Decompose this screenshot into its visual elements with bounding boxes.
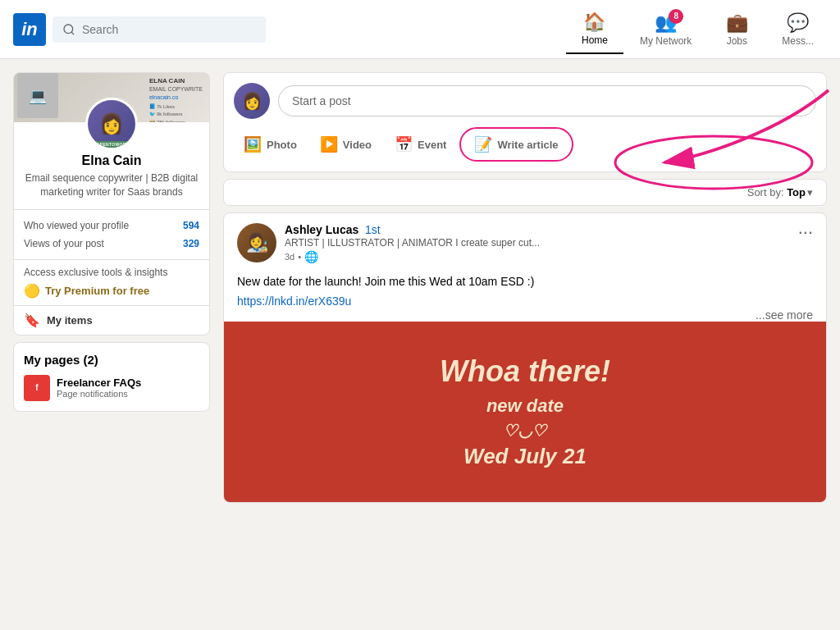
post-author: 👩‍🎨 Ashley Lucas 1st ARTIST | ILLUSTRATO… <box>237 223 540 263</box>
post-image: Whoa there! new date ♡◡♡ Wed July 21 <box>224 322 826 502</box>
profile-stats: Who viewed your profile 594 Views of you… <box>14 209 209 259</box>
profile-card: 💻 ELNA CAIN EMAIL COPYWRITE elnacain.co … <box>13 72 210 336</box>
pages-title: My pages (2) <box>24 353 199 367</box>
nav-item-network[interactable]: 👥 8 My Network <box>627 6 705 53</box>
image-hearts: ♡◡♡ <box>440 420 610 441</box>
stat-label-post-views: Views of your post <box>24 238 104 249</box>
messaging-icon: 💬 <box>787 12 809 34</box>
linkedin-logo[interactable]: in <box>13 13 46 46</box>
jobs-icon: 💼 <box>726 12 748 34</box>
stat-value-post-views: 329 <box>183 238 199 249</box>
pages-card: My pages (2) f Freelancer FAQs Page noti… <box>13 342 210 412</box>
nav-item-home[interactable]: 🏠 Home <box>566 5 623 54</box>
photo-icon: 🖼️ <box>244 135 262 153</box>
svg-line-1 <box>71 32 74 34</box>
nav-label-jobs: Jobs <box>727 35 747 47</box>
video-label: Video <box>343 139 372 151</box>
page-logo: f <box>24 375 50 401</box>
post-time: 3d <box>285 252 294 262</box>
event-action[interactable]: 📅 Event <box>385 127 456 162</box>
sort-bar: Sort by: Top ▾ <box>223 179 827 206</box>
globe-icon: 🌐 <box>304 250 318 263</box>
left-sidebar: 💻 ELNA CAIN EMAIL COPYWRITE elnacain.co … <box>13 72 210 503</box>
video-action[interactable]: ▶️ Video <box>310 127 381 162</box>
post-header: 👩‍🎨 Ashley Lucas 1st ARTIST | ILLUSTRATO… <box>224 213 826 273</box>
composer-actions: 🖼️ Photo ▶️ Video 📅 Event 📝 Write articl… <box>234 127 816 162</box>
composer-avatar: 👩 <box>234 83 270 119</box>
post-author-name[interactable]: Ashley Lucas 1st <box>285 223 540 236</box>
dot-separator: • <box>298 252 301 262</box>
premium-link[interactable]: 🟡 Try Premium for free <box>24 283 199 299</box>
my-items-link[interactable]: 🔖 My items <box>24 313 199 328</box>
post-text: New date for the launch! Join me this We… <box>237 273 813 290</box>
sort-label: Sort by: <box>747 186 784 199</box>
svg-point-0 <box>64 25 73 34</box>
profile-tagline: Email sequence copywriter | B2B digital … <box>24 171 199 199</box>
bookmark-icon: 🔖 <box>24 313 40 328</box>
photo-action[interactable]: 🖼️ Photo <box>234 127 307 162</box>
start-post-button[interactable]: Start a post <box>278 85 816 116</box>
profile-info: Elna Cain Email sequence copywriter | B2… <box>14 150 209 209</box>
post-meta: 3d • 🌐 <box>285 250 540 263</box>
video-icon: ▶️ <box>320 135 338 153</box>
nav-items: 🏠 Home 👥 8 My Network 💼 Jobs 💬 Mess... <box>566 5 827 54</box>
search-icon <box>62 23 75 36</box>
network-badge: 8 <box>669 9 683 24</box>
stat-label-views: Who viewed your profile <box>24 220 129 231</box>
post-card: 👩‍🎨 Ashley Lucas 1st ARTIST | ILLUSTRATO… <box>223 212 827 503</box>
search-bar[interactable] <box>52 16 266 43</box>
navbar: in 🏠 Home 👥 8 My Network 💼 Jobs 💬 Mess..… <box>0 0 840 59</box>
center-feed: 👩 Start a post 🖼️ Photo ▶️ Video 📅 Event… <box>223 72 827 503</box>
post-body: New date for the launch! Join me this We… <box>224 273 826 318</box>
post-image-text: Whoa there! new date ♡◡♡ Wed July 21 <box>423 336 627 486</box>
post-degree: 1st <box>365 223 381 236</box>
premium-section: Access exclusive tools & insights 🟡 Try … <box>14 259 209 305</box>
main-container: 💻 ELNA CAIN EMAIL COPYWRITE elnacain.co … <box>0 59 840 516</box>
stat-row-views[interactable]: Who viewed your profile 594 <box>24 217 199 235</box>
stat-row-post-views[interactable]: Views of your post 329 <box>24 235 199 253</box>
image-line-3: Wed July 21 <box>440 443 610 471</box>
post-link[interactable]: https://lnkd.in/erX639u <box>237 294 351 308</box>
page-sub: Page notifications <box>57 389 141 399</box>
event-label: Event <box>418 139 446 151</box>
banner-subtitle: EMAIL COPYWRITE <box>149 85 203 94</box>
network-icon: 👥 8 <box>655 12 677 34</box>
banner-name: ELNA CAIN <box>149 76 203 85</box>
premium-text: Access exclusive tools & insights <box>24 267 199 278</box>
profile-name[interactable]: Elna Cain <box>24 153 199 168</box>
avatar: 👩 #OPENTOWORK <box>85 98 138 150</box>
photo-label: Photo <box>267 139 297 151</box>
write-article-button[interactable]: 📝 Write article <box>459 127 573 162</box>
post-author-info: Ashley Lucas 1st ARTIST | ILLUSTRATOR | … <box>285 223 540 263</box>
premium-icon: 🟡 <box>24 283 40 299</box>
page-name: Freelancer FAQs <box>57 377 141 389</box>
my-items-label: My items <box>47 314 93 326</box>
search-input[interactable] <box>82 23 256 36</box>
banner-site: elnacain.co <box>149 94 203 102</box>
post-more-button[interactable]: ··· <box>798 223 813 241</box>
home-icon: 🏠 <box>583 11 605 33</box>
image-line-1: Whoa there! <box>440 353 610 391</box>
article-label: Write article <box>497 139 558 151</box>
nav-item-jobs[interactable]: 💼 Jobs <box>708 6 765 53</box>
stat-value-views: 594 <box>183 220 199 231</box>
nav-item-messaging[interactable]: 💬 Mess... <box>769 6 827 53</box>
sort-chevron-icon[interactable]: ▾ <box>807 186 813 199</box>
banner-text: ELNA CAIN EMAIL COPYWRITE elnacain.co 📘7… <box>149 76 203 122</box>
image-line-2: new date <box>440 395 610 418</box>
nav-label-messaging: Mess... <box>782 35 814 47</box>
nav-label-home: Home <box>582 34 608 46</box>
post-composer: 👩 Start a post 🖼️ Photo ▶️ Video 📅 Event… <box>223 72 827 172</box>
post-avatar[interactable]: 👩‍🎨 <box>237 223 276 262</box>
see-more-button[interactable]: ...see more <box>756 308 813 322</box>
composer-top: 👩 Start a post <box>234 83 816 119</box>
banner-laptop-icon: 💻 <box>17 73 58 118</box>
post-author-title: ARTIST | ILLUSTRATOR | ANIMATOR I create… <box>285 237 540 249</box>
open-to-work-badge: #OPENTOWORK <box>91 141 133 148</box>
event-icon: 📅 <box>395 135 413 153</box>
my-items-section: 🔖 My items <box>14 305 209 335</box>
sort-value[interactable]: Top <box>787 186 806 199</box>
article-icon: 📝 <box>474 135 492 153</box>
page-item[interactable]: f Freelancer FAQs Page notifications <box>24 375 199 401</box>
page-info: Freelancer FAQs Page notifications <box>57 377 141 399</box>
